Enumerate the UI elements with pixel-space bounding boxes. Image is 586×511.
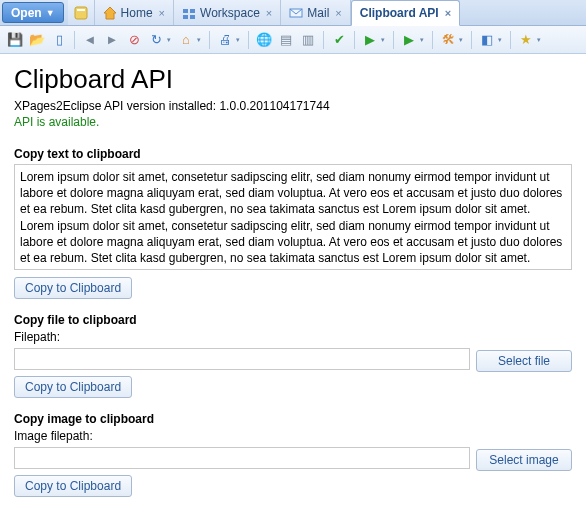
close-icon[interactable]: × (335, 7, 341, 19)
tab-workspace[interactable]: Workspace × (174, 0, 281, 25)
toolbar: 💾 📂 ▯ ◄ ► ⊘ ↻▾ ⌂▾ 🖨▾ 🌐 ▤ ▥ ✔ ▶▾ ▶▾ 🛠▾ ◧▾… (0, 26, 586, 54)
svg-marker-2 (104, 7, 116, 19)
open-button[interactable]: Open ▼ (2, 2, 64, 23)
section-image-title: Copy image to clipboard (14, 412, 572, 426)
filepath-input[interactable] (14, 348, 470, 370)
print-icon[interactable]: 🖨 (216, 31, 234, 49)
dropdown-icon[interactable]: ▾ (236, 36, 240, 44)
tab-notes[interactable] (68, 0, 95, 25)
content-area: Clipboard API XPages2Eclipse API version… (0, 54, 586, 507)
tab-label: Home (121, 6, 153, 20)
separator (74, 31, 75, 49)
tools-icon[interactable]: 🛠 (439, 31, 457, 49)
refresh-icon[interactable]: ↻ (147, 31, 165, 49)
globe-icon[interactable]: 🌐 (255, 31, 273, 49)
dropdown-icon[interactable]: ▾ (420, 36, 424, 44)
dropdown-icon[interactable]: ▾ (459, 36, 463, 44)
tab-label: Clipboard API (360, 6, 439, 20)
page-title: Clipboard API (14, 64, 572, 95)
section-text-title: Copy text to clipboard (14, 147, 572, 161)
open-label: Open (11, 6, 42, 20)
svg-rect-6 (190, 15, 195, 19)
copy-text-button[interactable]: Copy to Clipboard (14, 277, 132, 299)
notes-icon (74, 6, 88, 20)
tab-mail[interactable]: Mail × (281, 0, 350, 25)
dropdown-icon[interactable]: ▾ (167, 36, 171, 44)
separator (248, 31, 249, 49)
separator (393, 31, 394, 49)
separator (354, 31, 355, 49)
tab-label: Mail (307, 6, 329, 20)
svg-rect-1 (77, 9, 85, 11)
text-input[interactable] (14, 164, 572, 270)
play-icon[interactable]: ▶ (400, 31, 418, 49)
mail-icon (289, 6, 303, 20)
tab-bar: Open ▼ Home × Workspace × Mail × Clipboa… (0, 0, 586, 26)
section-file-title: Copy file to clipboard (14, 313, 572, 327)
select-file-button[interactable]: Select file (476, 350, 572, 372)
close-icon[interactable]: × (266, 7, 272, 19)
svg-rect-3 (183, 9, 188, 13)
tab-label: Workspace (200, 6, 260, 20)
dropdown-icon[interactable]: ▾ (197, 36, 201, 44)
back-icon[interactable]: ◄ (81, 31, 99, 49)
dropdown-icon[interactable]: ▾ (381, 36, 385, 44)
tick-icon[interactable]: ✔ (330, 31, 348, 49)
copy-file-button[interactable]: Copy to Clipboard (14, 376, 132, 398)
svg-rect-5 (183, 15, 188, 19)
stop-icon[interactable]: ⊘ (125, 31, 143, 49)
svg-rect-4 (190, 9, 195, 13)
component-icon[interactable]: ◧ (478, 31, 496, 49)
tab-clipboard-api[interactable]: Clipboard API × (351, 0, 460, 26)
star-icon[interactable]: ★ (517, 31, 535, 49)
separator (323, 31, 324, 49)
folder-icon[interactable]: 📂 (28, 31, 46, 49)
chevron-down-icon: ▼ (46, 8, 55, 18)
dropdown-icon[interactable]: ▾ (498, 36, 502, 44)
dropdown-icon[interactable]: ▾ (537, 36, 541, 44)
page-icon[interactable]: ▥ (299, 31, 317, 49)
close-icon[interactable]: × (445, 7, 451, 19)
disk-icon[interactable]: 💾 (6, 31, 24, 49)
image-filepath-label: Image filepath: (14, 429, 572, 443)
workspace-icon (182, 6, 196, 20)
doc-icon[interactable]: ▤ (277, 31, 295, 49)
separator (510, 31, 511, 49)
separator (209, 31, 210, 49)
version-line: XPages2Eclipse API version installed: 1.… (14, 99, 572, 113)
close-icon[interactable]: × (159, 7, 165, 19)
tab-home[interactable]: Home × (95, 0, 174, 25)
copy-image-button[interactable]: Copy to Clipboard (14, 475, 132, 497)
api-status: API is available. (14, 115, 572, 129)
separator (471, 31, 472, 49)
filepath-label: Filepath: (14, 330, 572, 344)
window-icon[interactable]: ▯ (50, 31, 68, 49)
select-image-button[interactable]: Select image (476, 449, 572, 471)
separator (432, 31, 433, 49)
svg-rect-0 (75, 7, 87, 19)
home-icon (103, 6, 117, 20)
run-icon[interactable]: ▶ (361, 31, 379, 49)
image-filepath-input[interactable] (14, 447, 470, 469)
home-icon[interactable]: ⌂ (177, 31, 195, 49)
forward-icon[interactable]: ► (103, 31, 121, 49)
